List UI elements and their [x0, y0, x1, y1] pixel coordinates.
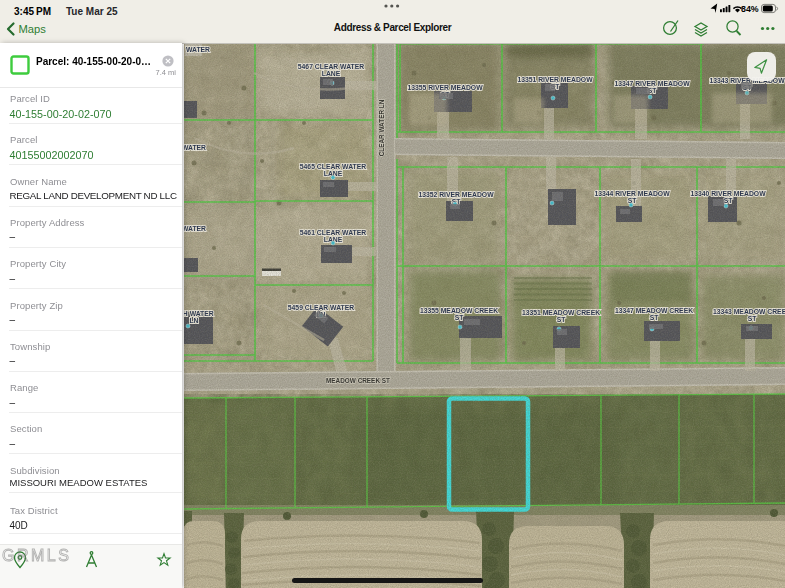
svg-text:84%: 84% — [741, 4, 759, 14]
